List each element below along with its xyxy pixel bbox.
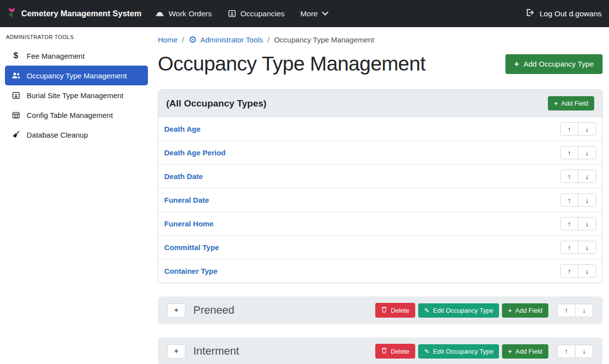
brand-title: Cemetery Management System bbox=[21, 9, 142, 18]
move-up-button[interactable]: ↑ bbox=[560, 146, 578, 159]
arrow-up-icon: ↑ bbox=[565, 306, 568, 314]
move-up-button[interactable]: ↑ bbox=[560, 122, 578, 136]
top-navbar: Cemetery Management System Work Orders O… bbox=[0, 0, 609, 27]
field-link-committal-type[interactable]: Committal Type bbox=[164, 243, 219, 252]
reorder-group: ↑ ↓ bbox=[560, 146, 596, 159]
trash-icon bbox=[381, 347, 387, 355]
edit-occupancy-type-button[interactable]: ✎ Edit Occupancy Type bbox=[418, 303, 500, 318]
add-occupancy-type-button[interactable]: + Add Occupancy Type bbox=[505, 54, 603, 74]
reorder-group: ↑ ↓ bbox=[560, 170, 596, 183]
plus-icon: + bbox=[508, 307, 512, 314]
move-down-button[interactable]: ↓ bbox=[578, 217, 596, 230]
sidebar-item-label: Database Cleanup bbox=[27, 131, 88, 139]
sidebar-item-label: Fee Management bbox=[27, 52, 85, 60]
sidebar-heading: ADMINISTRATOR TOOLS bbox=[6, 34, 153, 40]
table-row: Container Type ↑ ↓ bbox=[158, 259, 602, 283]
breadcrumb: Home / ⚙ Administrator Tools / Occupancy… bbox=[158, 32, 603, 44]
field-link-death-age[interactable]: Death Age bbox=[164, 125, 201, 133]
plus-icon: + bbox=[554, 100, 558, 107]
logout-icon bbox=[526, 8, 535, 19]
plus-icon: + bbox=[508, 348, 512, 355]
section-title: Interment bbox=[193, 345, 239, 358]
broom-icon bbox=[10, 130, 22, 139]
tulip-logo-icon bbox=[7, 6, 16, 21]
primary-nav: Work Orders Occupancies More bbox=[155, 9, 329, 18]
table-row: Funeral Date ↑ ↓ bbox=[158, 188, 602, 212]
hard-hat-icon bbox=[155, 10, 164, 18]
move-down-button[interactable]: ↓ bbox=[578, 264, 596, 278]
field-link-death-age-period[interactable]: Death Age Period bbox=[164, 148, 225, 157]
plus-icon: + bbox=[174, 306, 179, 315]
sidebar-item-label: Config Table Management bbox=[27, 111, 113, 119]
card-title: (All Occupancy Types) bbox=[166, 98, 266, 109]
arrow-up-icon: ↑ bbox=[568, 173, 571, 181]
arrow-down-icon: ↓ bbox=[585, 196, 589, 204]
move-up-button[interactable]: ↑ bbox=[560, 217, 578, 230]
sidebar-item-label: Burial Site Type Management bbox=[27, 91, 124, 100]
sidebar-item-database-cleanup[interactable]: Database Cleanup bbox=[5, 125, 148, 145]
sidebar-item-occupancy-type-management[interactable]: Occupancy Type Management bbox=[5, 66, 148, 85]
nav-more[interactable]: More bbox=[300, 9, 328, 18]
arrow-up-icon: ↑ bbox=[568, 220, 571, 228]
arrow-down-icon: ↓ bbox=[585, 173, 589, 181]
arrow-up-icon: ↑ bbox=[568, 125, 571, 133]
trash-icon bbox=[381, 306, 387, 314]
move-down-button[interactable]: ↓ bbox=[575, 304, 593, 317]
move-down-button[interactable]: ↓ bbox=[578, 146, 596, 159]
move-up-button[interactable]: ↑ bbox=[560, 241, 578, 254]
table-row: Death Date ↑ ↓ bbox=[158, 164, 602, 188]
nav-label: Occupancies bbox=[241, 9, 285, 18]
nav-work-orders[interactable]: Work Orders bbox=[155, 9, 212, 18]
table-row: Death Age ↑ ↓ bbox=[158, 117, 602, 141]
sidebar-item-label: Occupancy Type Management bbox=[27, 72, 127, 80]
field-link-death-date[interactable]: Death Date bbox=[164, 172, 203, 181]
occupancy-type-section-preneed: + Preneed Delete ✎ Edit Occupancy Typ bbox=[158, 296, 603, 324]
gear-icon: ⚙ bbox=[188, 35, 197, 44]
arrow-up-icon: ↑ bbox=[568, 267, 571, 275]
move-up-button[interactable]: ↑ bbox=[560, 264, 578, 278]
breadcrumb-current: Occupancy Type Management bbox=[274, 36, 374, 44]
arrow-up-icon: ↑ bbox=[568, 244, 571, 252]
field-link-funeral-home[interactable]: Funeral Home bbox=[164, 219, 214, 228]
logout-link[interactable]: Log Out d.gowans bbox=[526, 8, 602, 19]
breadcrumb-administrator-tools[interactable]: ⚙ Administrator Tools bbox=[188, 35, 263, 44]
expand-button[interactable]: + bbox=[167, 344, 185, 359]
move-up-button[interactable]: ↑ bbox=[560, 193, 578, 207]
burial-site-icon bbox=[10, 91, 22, 100]
sidebar-item-config-table-management[interactable]: Config Table Management bbox=[5, 105, 148, 125]
sidebar-item-fee-management[interactable]: $ Fee Management bbox=[5, 46, 148, 66]
add-field-button[interactable]: + Add Field bbox=[548, 96, 594, 110]
nav-occupancies[interactable]: Occupancies bbox=[228, 9, 285, 18]
breadcrumb-home[interactable]: Home bbox=[158, 36, 178, 44]
sidebar-item-burial-site-type-management[interactable]: Burial Site Type Management bbox=[5, 85, 148, 105]
move-up-button[interactable]: ↑ bbox=[557, 304, 575, 317]
section-title: Preneed bbox=[193, 304, 234, 317]
arrow-up-icon: ↑ bbox=[568, 149, 571, 157]
arrow-down-icon: ↓ bbox=[585, 244, 589, 252]
reorder-group: ↑ ↓ bbox=[560, 122, 596, 136]
move-down-button[interactable]: ↓ bbox=[578, 241, 596, 254]
add-field-button[interactable]: + Add Field bbox=[502, 303, 548, 318]
field-link-container-type[interactable]: Container Type bbox=[164, 267, 217, 275]
move-down-button[interactable]: ↓ bbox=[578, 122, 596, 136]
app-brand[interactable]: Cemetery Management System bbox=[7, 6, 142, 21]
occupancy-type-section-interment: + Interment Delete ✎ Edit Occupancy T bbox=[158, 337, 603, 364]
edit-occupancy-type-button[interactable]: ✎ Edit Occupancy Type bbox=[418, 344, 500, 359]
table-row: Funeral Home ↑ ↓ bbox=[158, 212, 602, 235]
field-link-funeral-date[interactable]: Funeral Date bbox=[164, 196, 209, 204]
move-up-button[interactable]: ↑ bbox=[557, 345, 575, 358]
expand-button[interactable]: + bbox=[167, 303, 185, 318]
delete-button[interactable]: Delete bbox=[375, 344, 415, 359]
add-field-button[interactable]: + Add Field bbox=[502, 344, 548, 359]
arrow-down-icon: ↓ bbox=[585, 267, 589, 275]
section-actions: Delete ✎ Edit Occupancy Type + Add Field… bbox=[375, 303, 593, 318]
delete-button[interactable]: Delete bbox=[375, 303, 415, 318]
move-up-button[interactable]: ↑ bbox=[560, 170, 578, 183]
arrow-up-icon: ↑ bbox=[568, 196, 571, 204]
table-row: Committal Type ↑ ↓ bbox=[158, 235, 602, 259]
move-down-button[interactable]: ↓ bbox=[578, 170, 596, 183]
arrow-down-icon: ↓ bbox=[585, 149, 589, 157]
move-down-button[interactable]: ↓ bbox=[575, 345, 593, 358]
card-header: (All Occupancy Types) + Add Field bbox=[158, 90, 602, 117]
move-down-button[interactable]: ↓ bbox=[578, 193, 596, 207]
